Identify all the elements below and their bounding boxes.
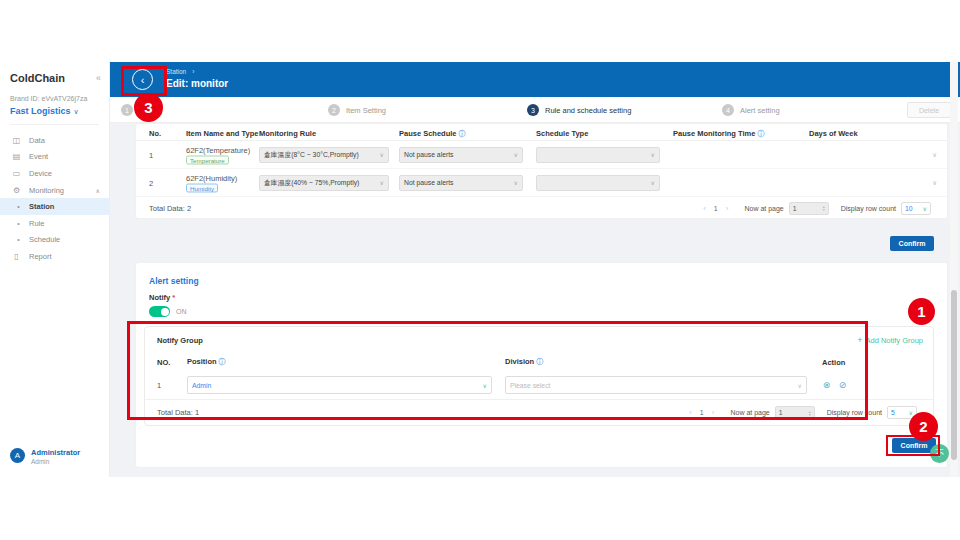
device-icon: ▭	[12, 169, 21, 178]
row-no: 1	[149, 150, 153, 159]
rule-table-card: No. Item Name and Type Monitoring Rule P…	[135, 123, 948, 219]
col-pause-time: Pause Monitoring Timeⓘ	[673, 129, 764, 139]
annotation-badge-1: 1	[908, 298, 935, 325]
display-row-label: Display row count	[841, 205, 896, 212]
sidebar-item-rule[interactable]: • Rule	[0, 215, 110, 232]
page-number[interactable]: 1	[714, 205, 718, 212]
bullet-icon: •	[16, 203, 21, 210]
item-name-type: 62F2(Humidity) Humidity	[186, 173, 237, 192]
gear-icon: ⚙	[12, 186, 21, 195]
step-item-setting[interactable]: 2 Item Setting	[328, 97, 386, 123]
steps-bar: 1 Setting 2 Item Setting 3 Rule and sche…	[110, 97, 960, 123]
chevron-down-icon: ∨	[514, 151, 518, 158]
sidebar-nav: ◫ Data ▤ Event ▭ Device ⚙ Monitoring ∧ •…	[0, 132, 110, 265]
chevron-down-icon: ∨	[909, 409, 913, 416]
col-rule: Monitoring Rule	[259, 129, 316, 138]
rule-table-footer: Total Data: 2 ‹ 1 › Now at page 1 ▴▾ Dis…	[136, 197, 947, 219]
notify-label: Notify*	[149, 293, 175, 302]
annotation-badge-2: 2	[909, 412, 938, 441]
days-of-week-expander[interactable]: ∨	[932, 151, 937, 159]
schedule-type-select[interactable]: ∨	[536, 175, 660, 191]
col-schedule-type: Schedule Type	[536, 129, 588, 138]
required-mark: *	[172, 293, 175, 302]
notify-toggle[interactable]	[149, 306, 170, 317]
col-item: Item Name and Type	[186, 129, 258, 138]
caret-up-icon: ∧	[96, 187, 100, 194]
info-icon: ⓘ	[459, 130, 466, 137]
step-alert-setting[interactable]: 4 Alert setting	[722, 97, 780, 123]
sidebar-divider	[10, 124, 99, 125]
step-number: 4	[722, 104, 734, 116]
bullet-icon: •	[16, 236, 21, 243]
col-pause: Pause Scheduleⓘ	[399, 129, 466, 139]
chevron-down-icon: ∨	[923, 205, 927, 212]
event-icon: ▤	[12, 152, 21, 161]
delete-button[interactable]: Delete	[907, 102, 951, 118]
brand-id: Brand ID: eVvATV26j7za	[10, 95, 87, 102]
table-row: 1 62F2(Temperature) Temperature 倉庫溫度(8°C…	[136, 141, 947, 169]
schedule-type-select[interactable]: ∨	[536, 147, 660, 163]
annotation-box-notify-group	[127, 321, 868, 420]
scrollbar-thumb[interactable]	[951, 290, 957, 460]
step-number: 1	[121, 104, 133, 116]
sidebar: ColdChain « Brand ID: eVvATV26j7za Fast …	[0, 62, 110, 477]
chevron-down-icon: ∨	[651, 179, 655, 186]
brand-selector[interactable]: Fast Logistics∨	[10, 106, 79, 116]
toggle-knob	[161, 308, 169, 316]
pause-schedule-select[interactable]: Not pause alerts∨	[399, 175, 523, 191]
confirm-button-rules[interactable]: Confirm	[890, 236, 934, 251]
col-days: Days of Week	[809, 129, 858, 138]
info-icon: ⓘ	[757, 130, 764, 137]
chevron-down-icon: ∨	[651, 151, 655, 158]
type-badge: Humidity	[186, 183, 218, 192]
report-icon: ▯	[12, 252, 21, 261]
step-rule-schedule[interactable]: 3 Rule and schedule setting	[527, 97, 631, 123]
chevron-down-icon: ∨	[380, 151, 384, 158]
data-icon: ◫	[12, 136, 21, 145]
pagination: ‹ 1 › Now at page 1 ▴▾ Display row count…	[699, 202, 931, 215]
sidebar-item-monitoring[interactable]: ⚙ Monitoring ∧	[0, 182, 110, 199]
chevron-down-icon: ∨	[74, 108, 79, 115]
user-account[interactable]: A Administrator Admin	[10, 448, 80, 465]
monitoring-rule-select[interactable]: 倉庫濕度(40% ~ 75%,Promptly)∨	[259, 175, 389, 191]
chevron-down-icon: ∨	[380, 179, 384, 186]
step-number: 2	[328, 104, 340, 116]
breadcrumb-separator: ›	[192, 68, 194, 75]
stepper-icon[interactable]: ▴▾	[823, 205, 825, 211]
next-page-icon[interactable]: ›	[726, 204, 729, 213]
total-data-label: Total Data: 2	[149, 204, 191, 213]
annotation-badge-3: 3	[134, 93, 163, 122]
sidebar-item-report[interactable]: ▯ Report	[0, 248, 110, 265]
alert-section-title: Alert setting	[149, 276, 199, 286]
row-count-select[interactable]: 10 ∨	[901, 202, 931, 215]
days-of-week-expander[interactable]: ∨	[932, 179, 937, 187]
avatar: A	[10, 448, 25, 463]
sidebar-collapse-icon[interactable]: «	[96, 73, 101, 83]
col-no: No.	[149, 129, 161, 138]
sidebar-item-station[interactable]: • Station	[0, 198, 110, 215]
page-input[interactable]: 1 ▴▾	[789, 202, 829, 215]
annotation-box-back-button	[121, 66, 167, 96]
user-name: Administrator	[31, 448, 80, 457]
sidebar-item-schedule[interactable]: • Schedule	[0, 232, 110, 249]
monitoring-rule-select[interactable]: 倉庫溫度(8°C ~ 30°C,Promptly)∨	[259, 147, 389, 163]
item-name-type: 62F2(Temperature) Temperature	[186, 145, 250, 164]
type-badge: Temperature	[186, 155, 229, 164]
toggle-state-label: ON	[176, 308, 187, 315]
sidebar-item-data[interactable]: ◫ Data	[0, 132, 110, 149]
rule-table-header: No. Item Name and Type Monitoring Rule P…	[136, 124, 947, 141]
app-logo: ColdChain	[10, 72, 65, 84]
pause-schedule-select[interactable]: Not pause alerts∨	[399, 147, 523, 163]
breadcrumb[interactable]: Station›	[166, 68, 194, 75]
bullet-icon: •	[16, 220, 21, 227]
screenshot-stage: ColdChain « Brand ID: eVvATV26j7za Fast …	[0, 0, 960, 540]
now-at-page-label: Now at page	[744, 205, 783, 212]
sidebar-item-device[interactable]: ▭ Device	[0, 165, 110, 182]
prev-page-icon[interactable]: ‹	[703, 204, 706, 213]
table-row: 2 62F2(Humidity) Humidity 倉庫濕度(40% ~ 75%…	[136, 169, 947, 197]
page-header	[110, 62, 960, 97]
user-role: Admin	[31, 458, 80, 465]
row-no: 2	[149, 178, 153, 187]
sidebar-item-event[interactable]: ▤ Event	[0, 149, 110, 166]
step-number: 3	[527, 104, 539, 116]
